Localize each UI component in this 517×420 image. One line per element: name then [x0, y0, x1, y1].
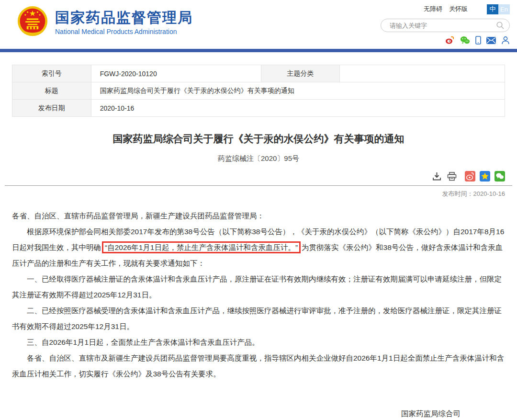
nav-bar: [0, 49, 517, 52]
share-wechat-icon[interactable]: [495, 171, 505, 182]
lang-zh-button[interactable]: 中: [487, 4, 498, 14]
index-value: FGWJ-2020-10120: [91, 65, 261, 82]
wechat-icon[interactable]: [460, 36, 470, 45]
table-row: 发布日期 2020-10-16: [12, 100, 505, 117]
site-search[interactable]: [381, 19, 510, 32]
table-row: 索引号 FGWJ-2020-10120 主题分类: [12, 65, 505, 82]
topic-value: [340, 65, 505, 82]
list-item-1: 一、已经取得医疗器械注册证的含汞体温计和含汞血压计产品，原注册证在证书有效期内继…: [12, 271, 505, 303]
site-header: 国家药品监督管理局 National Medical Products Admi…: [0, 0, 517, 49]
document-info-table: 索引号 FGWJ-2020-10120 主题分类 标题 国家药监局综合司关于履行…: [12, 65, 505, 117]
date-label: 发布日期: [12, 100, 91, 117]
article-body: 各省、自治区、直辖市药品监督管理局，新疆生产建设兵团药品监督管理局： 根据原环境…: [12, 208, 505, 382]
document-number: 药监综械注〔2020〕95号: [12, 154, 505, 163]
list-item-3: 三、自2026年1月1日起，全面禁止生产含汞体温计和含汞血压计产品。: [12, 334, 505, 350]
accessibility-link[interactable]: 无障碍: [424, 5, 442, 13]
signature-org: 国家药监局综合司: [378, 407, 483, 420]
user-icon[interactable]: [501, 36, 510, 45]
lang-en-button[interactable]: En: [498, 4, 510, 14]
title-label: 标题: [12, 82, 91, 100]
print-icon[interactable]: [447, 172, 457, 181]
download-icon[interactable]: [432, 172, 441, 181]
email-icon[interactable]: [486, 37, 496, 44]
site-subtitle: National Medical Products Administration: [55, 28, 193, 35]
publish-time: 发布时间：2020-10-16: [12, 190, 505, 198]
site-title: 国家药品监督管理局: [55, 10, 193, 26]
highlighted-text: “自2026年1月1日起，禁止生产含汞体温计和含汞血压计。”: [102, 241, 301, 253]
paragraph-background: 根据原环境保护部会同相关部委2017年发布的第38号公告（以下简称38号公告），…: [12, 224, 505, 271]
care-version-link[interactable]: 关怀版: [449, 5, 468, 13]
site-logo[interactable]: 国家药品监督管理局 National Medical Products Admi…: [17, 5, 193, 40]
divider: [5, 185, 512, 186]
topic-label: 主题分类: [261, 65, 340, 82]
mobile-icon[interactable]: [475, 36, 481, 45]
action-toolbar: [12, 171, 505, 182]
weibo-icon[interactable]: [445, 36, 455, 45]
table-row: 标题 国家药监局综合司关于履行《关于汞的水俣公约》有关事项的通知: [12, 82, 505, 100]
signature-block: 国家药监局综合司 2020年10月14日: [378, 407, 483, 420]
salutation: 各省、自治区、直辖市药品监督管理局，新疆生产建设兵团药品监督管理局：: [12, 208, 505, 224]
title-value: 国家药监局综合司关于履行《关于汞的水俣公约》有关事项的通知: [91, 82, 505, 100]
date-value: 2020-10-16: [91, 100, 505, 117]
share-weibo-icon[interactable]: [465, 171, 475, 182]
header-utilities: 无障碍 关怀版 中 En: [366, 4, 510, 45]
index-label: 索引号: [12, 65, 91, 82]
list-item-2: 二、已经按照医疗器械受理的含汞体温计和含汞血压计产品，继续按照医疗器械进行审评审…: [12, 303, 505, 334]
share-qzone-icon[interactable]: [480, 171, 490, 182]
page-title: 国家药监局综合司关于履行《关于汞的水俣公约》有关事项的通知: [12, 132, 505, 146]
closing-paragraph: 各省、自治区、直辖市及新疆生产建设兵团药品监督管理局要高度重视，指导辖区内相关企…: [12, 350, 505, 382]
search-input[interactable]: [390, 22, 496, 29]
main-content: 索引号 FGWJ-2020-10120 主题分类 标题 国家药监局综合司关于履行…: [12, 52, 505, 420]
social-links: [366, 36, 510, 45]
language-toggle: 中 En: [487, 4, 510, 14]
search-icon[interactable]: [496, 21, 505, 30]
national-emblem-icon: [17, 5, 48, 40]
